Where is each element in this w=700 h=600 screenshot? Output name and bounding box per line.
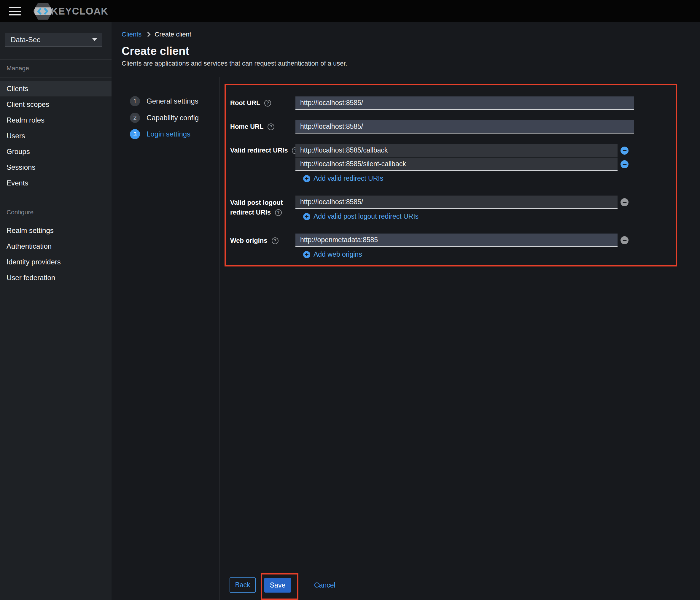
add-redirect-uri-link[interactable]: Add valid redirect URIs <box>303 174 383 183</box>
remove-post-logout-uri-button[interactable] <box>621 198 628 206</box>
wizard-divider <box>220 77 220 600</box>
root-url-label-row: Root URL ? <box>230 99 271 107</box>
redirect-uris-label: Valid redirect URIs <box>230 147 288 154</box>
topbar: KEYCLOAK <box>0 0 700 22</box>
post-logout-uri-input[interactable] <box>295 195 618 209</box>
cancel-link[interactable]: Cancel <box>314 581 335 589</box>
sidebar-item-identity-providers[interactable]: Identity providers <box>0 254 111 270</box>
back-button[interactable]: Back <box>230 577 256 593</box>
home-url-input[interactable] <box>295 120 634 134</box>
manage-nav-list: Clients Client scopes Realm roles Users … <box>0 81 111 191</box>
sidebar-item-events[interactable]: Events <box>0 175 111 191</box>
help-icon[interactable]: ? <box>275 209 282 216</box>
root-url-label: Root URL <box>230 99 260 107</box>
web-origins-label: Web origins <box>230 237 268 244</box>
redirect-uri-input-1[interactable] <box>295 144 618 157</box>
step-1-indicator: 1 <box>130 96 140 106</box>
plus-icon <box>303 175 310 182</box>
step-3-indicator: 3 <box>130 129 140 139</box>
page-title: Create client <box>122 45 189 57</box>
post-logout-label-line2: redirect URIs ? <box>230 209 282 216</box>
web-origins-input[interactable] <box>295 234 618 247</box>
breadcrumb: Clients Create client <box>122 30 191 38</box>
keycloak-wordmark: KEYCLOAK <box>51 6 108 17</box>
remove-web-origin-button[interactable] <box>621 236 628 244</box>
add-web-origin-link[interactable]: Add web origins <box>303 250 362 259</box>
sidebar-section-manage: Manage <box>6 65 29 72</box>
redirect-uris-label-row: Valid redirect URIs ? <box>230 147 299 154</box>
sidebar-item-authentication[interactable]: Authentication <box>0 238 111 254</box>
sidebar-item-groups[interactable]: Groups <box>0 144 111 159</box>
realm-selector-value: Data-Sec <box>11 35 40 44</box>
divider <box>0 77 111 78</box>
breadcrumb-clients-link[interactable]: Clients <box>122 30 142 38</box>
keycloak-logo[interactable]: KEYCLOAK <box>33 3 108 20</box>
page-header: Clients Create client Create client Clie… <box>111 22 700 77</box>
home-url-label-row: Home URL ? <box>230 123 274 130</box>
breadcrumb-chevron-icon <box>146 32 151 37</box>
sidebar-item-client-scopes[interactable]: Client scopes <box>0 96 111 112</box>
add-post-logout-uri-link[interactable]: Add valid post logout redirect URIs <box>303 213 419 220</box>
hamburger-menu-icon[interactable] <box>9 7 21 16</box>
web-origins-label-row: Web origins ? <box>230 237 278 244</box>
root-url-input[interactable] <box>295 96 634 110</box>
remove-redirect-uri-1-button[interactable] <box>621 147 628 154</box>
help-icon[interactable]: ? <box>272 237 278 244</box>
home-url-label: Home URL <box>230 123 264 130</box>
plus-icon <box>303 213 310 220</box>
keycloak-logo-icon <box>33 3 53 20</box>
realm-selector[interactable]: Data-Sec <box>5 33 102 47</box>
wizard-step-login-settings[interactable]: 3 Login settings <box>130 129 191 139</box>
sidebar-item-clients[interactable]: Clients <box>0 81 111 96</box>
help-icon[interactable]: ? <box>268 123 274 130</box>
sidebar: Data-Sec Manage Clients Client scopes Re… <box>0 22 111 600</box>
wizard-step-general-settings[interactable]: 1 General settings <box>130 96 198 106</box>
step-2-indicator: 2 <box>130 113 140 123</box>
configure-nav-list: Realm settings Authentication Identity p… <box>0 222 111 285</box>
sidebar-item-realm-settings[interactable]: Realm settings <box>0 222 111 238</box>
sidebar-item-users[interactable]: Users <box>0 128 111 144</box>
remove-redirect-uri-2-button[interactable] <box>621 160 628 168</box>
wizard-step-capability-config[interactable]: 2 Capability config <box>130 113 199 123</box>
chevron-down-icon <box>92 38 97 41</box>
page-subtitle: Clients are applications and services th… <box>122 59 347 67</box>
keycloak-chevrons-icon <box>36 8 50 15</box>
plus-icon <box>303 251 310 258</box>
save-button[interactable]: Save <box>264 578 291 593</box>
post-logout-label-line1: Valid post logout <box>230 199 283 207</box>
sidebar-item-sessions[interactable]: Sessions <box>0 159 111 175</box>
help-icon[interactable]: ? <box>264 100 271 106</box>
sidebar-item-user-federation[interactable]: User federation <box>0 270 111 285</box>
keycloak-admin-console: KEYCLOAK Data-Sec Manage Clients Client … <box>0 0 700 600</box>
breadcrumb-current: Create client <box>154 30 191 38</box>
redirect-uri-input-2[interactable] <box>295 158 618 171</box>
sidebar-item-realm-roles[interactable]: Realm roles <box>0 112 111 128</box>
sidebar-section-configure: Configure <box>6 209 33 216</box>
main-content: Clients Create client Create client Clie… <box>111 22 700 600</box>
divider <box>0 219 111 219</box>
